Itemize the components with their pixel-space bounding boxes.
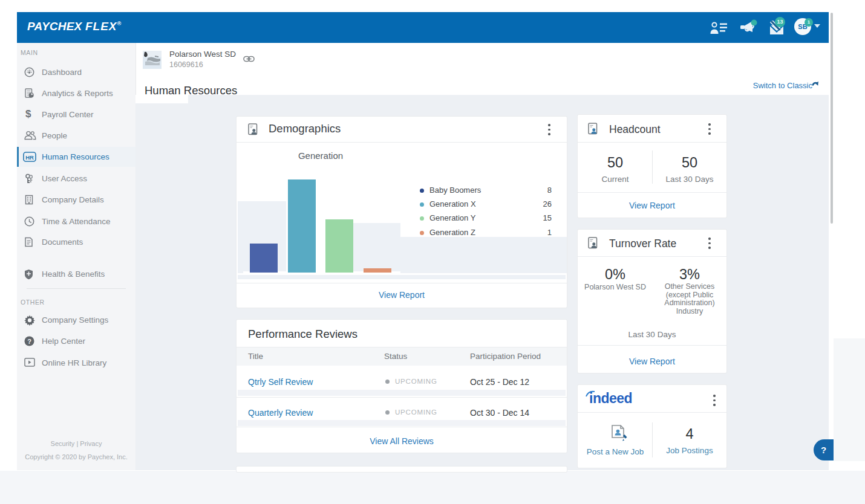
svg-text:?: ? <box>27 338 31 345</box>
svg-text:HR: HR <box>25 154 34 161</box>
